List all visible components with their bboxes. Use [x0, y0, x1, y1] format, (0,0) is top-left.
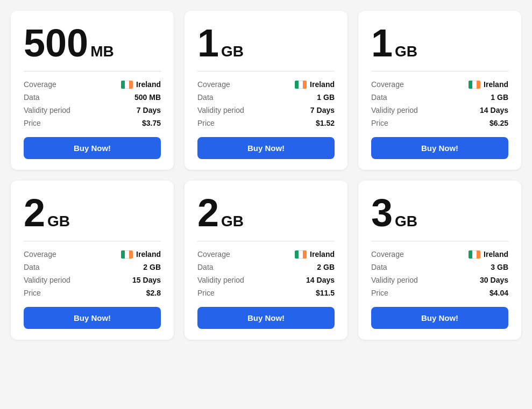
- data-unit: MB: [90, 44, 114, 59]
- data-row: Data 2 GB: [197, 263, 335, 271]
- price-row: Price $3.75: [24, 119, 161, 127]
- buy-now-button[interactable]: Buy Now!: [24, 137, 161, 159]
- data-unit: GB: [395, 214, 417, 229]
- data-label: Data: [24, 263, 40, 271]
- validity-value: 7 Days: [310, 106, 335, 114]
- data-size: 2 GB: [24, 193, 161, 232]
- data-number: 2: [24, 193, 45, 232]
- data-row: Data 2 GB: [24, 263, 161, 271]
- flag-white: [299, 81, 302, 89]
- price-label: Price: [24, 119, 41, 127]
- coverage-label: Coverage: [24, 250, 56, 259]
- validity-row: Validity period 30 Days: [371, 276, 508, 284]
- coverage-label: Coverage: [197, 80, 230, 89]
- data-row: Data 3 GB: [371, 263, 508, 271]
- coverage-value: Ireland: [295, 80, 335, 89]
- price-value: $1.52: [316, 119, 335, 127]
- data-size: 1 GB: [371, 24, 508, 62]
- coverage-value: Ireland: [469, 250, 508, 259]
- coverage-value: Ireland: [121, 80, 161, 89]
- flag-white: [472, 250, 476, 259]
- plan-card-6: 3 GB Coverage Ireland Data 3 GB: [358, 181, 521, 340]
- buy-now-button[interactable]: Buy Now!: [24, 307, 161, 329]
- flag-orange: [303, 250, 307, 259]
- price-row: Price $1.52: [197, 119, 335, 127]
- coverage-value: Ireland: [295, 250, 335, 259]
- validity-label: Validity period: [371, 106, 418, 114]
- data-label: Data: [197, 93, 214, 102]
- flag-green: [469, 250, 472, 259]
- buy-now-button[interactable]: Buy Now!: [197, 137, 335, 159]
- data-size: 1 GB: [197, 24, 335, 62]
- ireland-flag: [295, 81, 307, 89]
- data-size: 500 MB: [24, 24, 161, 62]
- flag-white: [125, 81, 129, 89]
- coverage-label: Coverage: [371, 80, 404, 89]
- flag-orange: [129, 250, 133, 259]
- price-row: Price $4.04: [371, 289, 508, 297]
- ireland-flag: [469, 250, 480, 259]
- coverage-label: Coverage: [197, 250, 230, 259]
- card-header: 1 GB: [371, 24, 508, 62]
- price-row: Price $6.25: [371, 119, 508, 127]
- plan-card-3: 1 GB Coverage Ireland Data 1 GB: [358, 11, 521, 170]
- price-label: Price: [371, 289, 388, 297]
- data-unit: GB: [47, 214, 70, 229]
- coverage-row: Coverage Ireland: [24, 250, 161, 259]
- data-label: Data: [371, 93, 387, 102]
- data-label: Data: [371, 263, 387, 271]
- coverage-label: Coverage: [24, 80, 56, 89]
- coverage-row: Coverage Ireland: [371, 80, 508, 89]
- divider: [371, 241, 508, 241]
- flag-green: [295, 250, 299, 259]
- validity-row: Validity period 15 Days: [24, 276, 161, 284]
- coverage-row: Coverage Ireland: [197, 250, 335, 259]
- data-unit: GB: [395, 44, 417, 59]
- coverage-value: Ireland: [469, 80, 508, 89]
- buy-now-button[interactable]: Buy Now!: [197, 307, 335, 329]
- data-number: 3: [371, 193, 393, 232]
- flag-orange: [477, 81, 480, 89]
- flag-green: [469, 81, 472, 89]
- plan-card-4: 2 GB Coverage Ireland Data 2 GB: [11, 181, 174, 340]
- data-unit: GB: [221, 214, 244, 229]
- data-row: Data 1 GB: [371, 93, 508, 102]
- card-header: 1 GB: [197, 24, 335, 62]
- ireland-flag: [121, 250, 133, 259]
- coverage-value: Ireland: [121, 250, 161, 259]
- buy-now-button[interactable]: Buy Now!: [371, 137, 508, 159]
- card-header: 2 GB: [197, 193, 335, 232]
- flag-green: [121, 81, 125, 89]
- price-value: $6.25: [490, 119, 508, 127]
- validity-value: 14 Days: [306, 276, 335, 284]
- flag-orange: [129, 81, 133, 89]
- validity-value: 15 Days: [132, 276, 161, 284]
- data-label: Data: [197, 263, 214, 271]
- data-value: 2 GB: [317, 263, 335, 271]
- validity-row: Validity period 14 Days: [371, 106, 508, 114]
- coverage-label: Coverage: [371, 250, 404, 259]
- validity-label: Validity period: [197, 276, 244, 284]
- plan-card-1: 500 MB Coverage Ireland Data 500: [11, 11, 174, 170]
- buy-now-button[interactable]: Buy Now!: [371, 307, 508, 329]
- data-value: 3 GB: [491, 263, 508, 271]
- card-header: 2 GB: [24, 193, 161, 232]
- data-row: Data 1 GB: [197, 93, 335, 102]
- flag-green: [121, 250, 125, 259]
- coverage-row: Coverage Ireland: [197, 80, 335, 89]
- flag-white: [472, 81, 476, 89]
- card-header: 500 MB: [24, 24, 161, 62]
- validity-value: 30 Days: [480, 276, 508, 284]
- data-number: 500: [24, 24, 88, 62]
- validity-value: 14 Days: [480, 106, 508, 114]
- validity-label: Validity period: [197, 106, 244, 114]
- data-number: 1: [197, 24, 219, 62]
- plan-card-2: 1 GB Coverage Ireland Data 1 GB: [185, 11, 347, 170]
- validity-label: Validity period: [24, 106, 70, 114]
- divider: [197, 71, 335, 71]
- validity-row: Validity period 7 Days: [24, 106, 161, 114]
- coverage-row: Coverage Ireland: [24, 80, 161, 89]
- data-label: Data: [24, 93, 40, 102]
- price-label: Price: [24, 289, 41, 297]
- flag-orange: [477, 250, 480, 259]
